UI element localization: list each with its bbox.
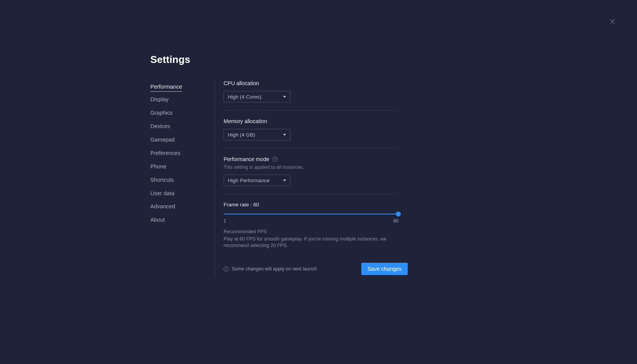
performance-mode-value: High Performance: [228, 178, 270, 183]
memory-allocation-label: Memory allocation: [224, 118, 398, 124]
divider: [224, 148, 398, 148]
sidebar-item-user-data[interactable]: User data: [150, 188, 174, 199]
chevron-down-icon: [283, 96, 286, 98]
slider-knob[interactable]: [396, 212, 401, 217]
cpu-allocation-value: High (4 Cores): [228, 94, 262, 100]
info-icon: i: [224, 267, 229, 272]
apply-on-launch-text: Some changes will apply on next launch: [232, 266, 317, 272]
divider: [224, 194, 398, 194]
performance-mode-label-text: Performance mode: [224, 156, 269, 162]
save-changes-button[interactable]: Save changes: [361, 263, 408, 275]
memory-allocation-value: High (4 GB): [228, 132, 255, 138]
apply-on-launch-note: i Some changes will apply on next launch: [224, 266, 317, 272]
sidebar-item-gamepad[interactable]: Gamepad: [150, 135, 175, 145]
frame-rate-label: Frame rate : 60: [224, 202, 398, 208]
frame-rate-value: 60: [253, 202, 259, 208]
close-icon: [609, 18, 616, 25]
settings-sidebar: Performance Display Graphics Devices Gam…: [150, 79, 215, 275]
settings-scroll-pane: CPU allocation High (4 Cores) Memory all…: [224, 80, 408, 252]
close-button[interactable]: [609, 18, 616, 25]
frame-rate-slider[interactable]: [224, 211, 398, 217]
frame-rate-max: 60: [393, 218, 398, 224]
performance-mode-sublabel: This setting is applied to all instances…: [224, 165, 398, 170]
slider-track: [224, 214, 398, 214]
cpu-allocation-label: CPU allocation: [224, 80, 398, 86]
frame-rate-range: 1 60: [224, 218, 398, 224]
sidebar-item-display[interactable]: Display: [150, 94, 169, 105]
chevron-down-icon: [283, 134, 286, 136]
memory-allocation-select[interactable]: High (4 GB): [224, 129, 290, 140]
sidebar-item-advanced[interactable]: Advanced: [150, 201, 175, 212]
recommended-fps-text: Play at 60 FPS for smooth gameplay. If y…: [224, 236, 398, 249]
sidebar-item-devices[interactable]: Devices: [150, 121, 170, 132]
help-icon[interactable]: ?: [272, 156, 278, 162]
settings-panel: Settings Performance Display Graphics De…: [150, 54, 408, 275]
performance-mode-select[interactable]: High Performance: [224, 175, 290, 186]
cpu-allocation-select[interactable]: High (4 Cores): [224, 91, 290, 102]
sidebar-item-performance[interactable]: Performance: [150, 82, 182, 92]
sidebar-item-phone[interactable]: Phone: [150, 161, 166, 172]
page-title: Settings: [150, 54, 408, 66]
chevron-down-icon: [283, 180, 286, 181]
frame-rate-label-prefix: Frame rate :: [224, 202, 253, 208]
sidebar-item-shortcuts[interactable]: Shortcuts: [150, 175, 174, 186]
sidebar-item-preferences[interactable]: Preferences: [150, 148, 180, 159]
performance-mode-label: Performance mode ?: [224, 156, 398, 162]
recommended-fps-title: Recommended FPS: [224, 229, 398, 234]
divider: [224, 110, 398, 110]
sidebar-item-graphics[interactable]: Graphics: [150, 108, 173, 119]
frame-rate-min: 1: [224, 218, 226, 224]
vertical-divider: [215, 79, 215, 275]
sidebar-item-about[interactable]: About: [150, 215, 165, 226]
